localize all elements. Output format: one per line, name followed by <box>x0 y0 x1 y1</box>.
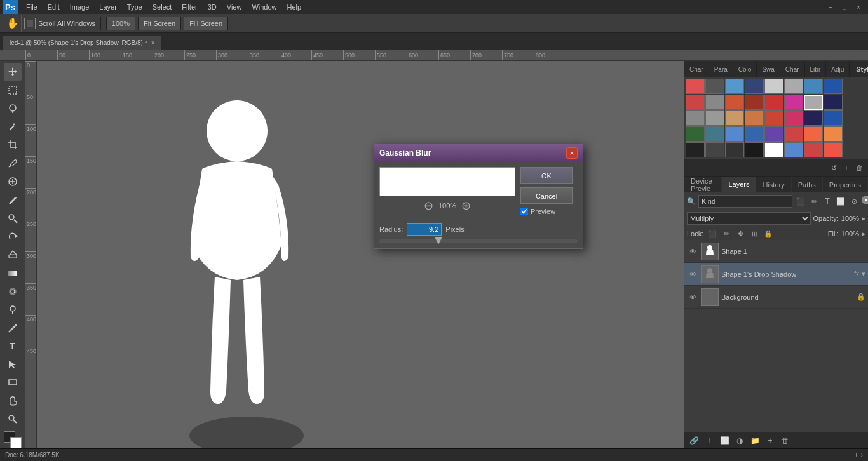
menu-select[interactable]: Select <box>148 2 177 12</box>
maximize-button[interactable]: □ <box>837 0 851 14</box>
swatch-red4[interactable] <box>764 110 783 126</box>
swatch-lightgray[interactable] <box>764 79 783 94</box>
tab-adju[interactable]: Adju <box>826 61 850 77</box>
dodge-tool[interactable] <box>4 301 22 318</box>
move-tool[interactable] <box>4 63 22 81</box>
swatch-coral[interactable] <box>804 126 823 142</box>
menu-3d[interactable]: 3D <box>203 2 221 12</box>
panel-icon-1[interactable]: ↺ <box>827 161 840 174</box>
layer-fx-icon[interactable]: fx <box>854 271 859 277</box>
menu-image[interactable]: Image <box>65 2 94 12</box>
swatch-blue1[interactable] <box>725 79 744 94</box>
filter-type-icon[interactable]: T <box>822 196 833 207</box>
swatch-gray1[interactable] <box>705 79 724 94</box>
swatch-blue7[interactable] <box>784 142 803 157</box>
marquee-tool[interactable] <box>4 82 22 99</box>
adjustment-button[interactable]: ◑ <box>733 434 747 448</box>
type-tool[interactable]: T <box>4 337 22 354</box>
swatch-orange2[interactable] <box>745 110 764 126</box>
close-button[interactable]: × <box>851 0 865 14</box>
swatch-dark[interactable] <box>705 142 724 157</box>
tab-char[interactable]: Char <box>684 61 709 77</box>
filter-shape-icon[interactable]: ⬜ <box>835 196 846 207</box>
layer-visibility-shape1[interactable]: 👁 <box>687 246 698 257</box>
menu-window[interactable]: Window <box>247 2 281 12</box>
new-layer-button[interactable]: + <box>763 434 777 448</box>
radius-input[interactable] <box>407 223 442 236</box>
magic-wand-tool[interactable] <box>4 118 22 135</box>
swatch-red[interactable] <box>686 79 705 94</box>
history-brush-tool[interactable] <box>4 228 22 245</box>
brush-tool[interactable] <box>4 191 22 208</box>
scroll-all-checkbox[interactable] <box>24 18 36 29</box>
foreground-background-colors[interactable] <box>4 431 22 448</box>
swatch-darkest[interactable] <box>745 142 764 157</box>
menu-type[interactable]: Type <box>123 2 147 12</box>
menu-edit[interactable]: Edit <box>43 2 64 12</box>
panel-icon-2[interactable]: + <box>840 161 853 174</box>
cancel-button[interactable]: Cancel <box>520 187 573 204</box>
swatch-coral2[interactable] <box>824 142 843 157</box>
zoom-out-button[interactable]: ⊖ <box>424 199 433 213</box>
tab-libr[interactable]: Libr <box>805 61 827 77</box>
zoom-out-status[interactable]: − <box>848 451 852 458</box>
filter-toggle[interactable]: ● <box>862 196 868 204</box>
lock-move-icon[interactable]: ✥ <box>735 229 745 239</box>
swatch-blue3[interactable] <box>824 79 843 94</box>
swatch-tan[interactable] <box>725 110 744 126</box>
layer-mask-button[interactable]: ⬜ <box>717 434 731 448</box>
zoom-in-button[interactable]: ⊕ <box>461 199 471 213</box>
menu-filter[interactable]: Filter <box>177 2 201 12</box>
group-button[interactable]: 📁 <box>748 434 762 448</box>
swatch-blue2[interactable] <box>804 79 823 94</box>
tab-history[interactable]: History <box>756 177 791 192</box>
filter-adjust-icon[interactable]: ✏ <box>808 196 820 207</box>
menu-view[interactable]: View <box>222 2 247 12</box>
swatch-selected[interactable] <box>804 95 823 110</box>
panel-icon-delete[interactable]: 🗑 <box>853 161 865 174</box>
fill-arrow[interactable]: ▸ <box>862 229 865 238</box>
document-tab[interactable]: led-1 @ 50% (Shape 1's Drop Shadow, RGB/… <box>3 36 161 50</box>
lock-pixels-icon[interactable]: ⬛ <box>707 229 717 239</box>
layer-item-background[interactable]: 👁 Background 🔒 <box>684 286 868 309</box>
eyedropper-tool[interactable] <box>4 155 22 172</box>
eraser-tool[interactable] <box>4 246 22 264</box>
clone-tool[interactable] <box>4 210 22 227</box>
opacity-arrow[interactable]: ▸ <box>862 214 865 223</box>
swatch-darkblue2[interactable] <box>824 95 843 110</box>
layer-search-input[interactable] <box>698 195 792 208</box>
swatch-purple[interactable] <box>764 126 783 142</box>
slider-track[interactable] <box>379 239 578 243</box>
swatch-green[interactable] <box>686 126 705 142</box>
swatch-dark2[interactable] <box>725 142 744 157</box>
gradient-tool[interactable] <box>4 264 22 281</box>
shape-tool[interactable] <box>4 374 22 391</box>
path-selection-tool[interactable] <box>4 356 22 373</box>
tab-para[interactable]: Para <box>709 61 733 77</box>
swatch-red2[interactable] <box>686 95 705 110</box>
swatch-red3[interactable] <box>764 95 783 110</box>
zoom-value-display[interactable]: 100% <box>106 17 135 30</box>
filter-smart-icon[interactable]: ⊙ <box>848 196 860 207</box>
tab-close-button[interactable]: × <box>151 39 155 46</box>
menu-file[interactable]: File <box>22 2 42 12</box>
swatch-red6[interactable] <box>804 142 823 157</box>
pen-tool[interactable] <box>4 319 22 337</box>
hand-tool-icon[interactable]: ✋ <box>4 15 22 32</box>
swatch-navy[interactable] <box>804 110 823 126</box>
swatch-white[interactable] <box>764 142 783 157</box>
layer-visibility-background[interactable]: 👁 <box>687 291 698 303</box>
swatch-gray4[interactable] <box>705 110 724 126</box>
zoom-tool[interactable] <box>4 411 22 428</box>
swatch-black[interactable] <box>686 142 705 157</box>
swatch-orange1[interactable] <box>725 95 744 110</box>
link-layers-button[interactable]: 🔗 <box>687 434 701 448</box>
ok-button[interactable]: OK <box>520 167 573 184</box>
blend-mode-select[interactable]: Multiply <box>687 212 811 225</box>
tab-colo[interactable]: Colo <box>733 61 757 77</box>
preview-checkbox[interactable] <box>520 208 528 215</box>
swatch-blue4[interactable] <box>824 110 843 126</box>
layer-expand-icon[interactable]: ▾ <box>862 270 865 278</box>
swatch-darkblue[interactable] <box>745 79 764 94</box>
blur-tool[interactable] <box>4 283 22 300</box>
